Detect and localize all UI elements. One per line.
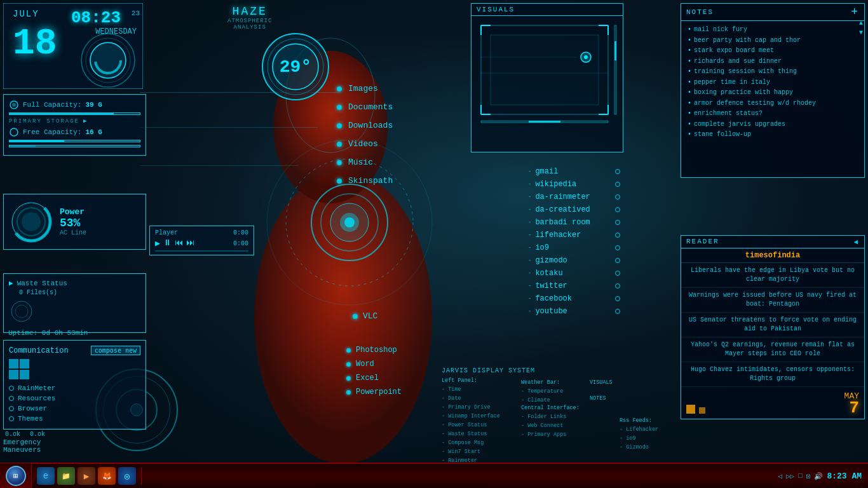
notes-add-btn[interactable]: + [851, 6, 859, 18]
central-info: Central Interface: - Folder Links - Web … [521, 403, 580, 439]
app-item-word[interactable]: Word [346, 357, 402, 371]
next-btn[interactable]: ⏭ [186, 238, 194, 248]
status-ok2: 0.ok [30, 431, 45, 438]
app-item-photoshop[interactable]: Photoshop [346, 343, 402, 357]
app-links: PhotoshopWordExcelPowerpoint [346, 343, 402, 399]
haze-title: haze [227, 5, 272, 18]
clock-widget: July 18 08:23 23 Wednesday [3, 3, 143, 89]
clock-time: 08:23 [71, 8, 121, 27]
jarvis-item1: - Time [442, 385, 518, 394]
comm-item-0[interactable]: RainMeter [9, 383, 140, 393]
web-item-io9[interactable]: -io9 [528, 241, 620, 254]
player-title: Player [155, 229, 178, 236]
taskbar-icons: e 📁 ▶ 🦊 ◎ [32, 467, 142, 485]
reader-item-2[interactable]: US Senator threatens to force vote on en… [681, 313, 864, 337]
jarvis-item5: - Power Status [442, 421, 518, 430]
prev-btn[interactable]: ⏮ [175, 238, 183, 248]
taskbar: ⊞ e 📁 ▶ 🦊 ◎ ◁ ▷▷ □ ⊡ 🔊 8:23 AM [0, 463, 868, 488]
folder-links: ImagesDocumentsDownloadsVideosMusicSkins… [337, 79, 393, 190]
comm-item-2[interactable]: Browser [9, 403, 140, 414]
comm-widget: Communication compose new RainMeterResou… [3, 340, 146, 430]
web-item-twitter[interactable]: -twitter [528, 280, 620, 292]
taskbar-tray: ◁ ▷▷ □ ⊡ 🔊 8:23 AM [771, 471, 868, 481]
folder-item-music[interactable]: Music [337, 153, 393, 172]
vlc-label: VLC [363, 311, 377, 321]
web-item-gmail[interactable]: -gmail [528, 165, 620, 178]
notes-scroll-up[interactable]: ▲ [859, 20, 863, 27]
web-item-gizmodo[interactable]: -gizmodo [528, 254, 620, 267]
pause-btn[interactable]: ⏸ [163, 238, 172, 248]
note-item-3: •richards and sue dinner [688, 57, 858, 67]
jarvis-left-label: Left Panel: [442, 376, 518, 385]
folder-item-images[interactable]: Images [337, 79, 393, 98]
player-time1: 0:00 [233, 229, 248, 236]
svg-point-17 [10, 128, 18, 136]
web-item-lifehacker[interactable]: -lifehacker [528, 229, 620, 241]
temp-widget: 29° [259, 30, 332, 104]
reader-item-1[interactable]: Warnings were issued before US navy fire… [681, 288, 864, 313]
uptime-widget: Uptime: 0d 0h 53min [3, 327, 146, 339]
note-item-10: •stane follow-up [688, 130, 858, 140]
clock-date: 18 [13, 25, 57, 62]
compose-button[interactable]: compose new [91, 346, 140, 355]
explorer-icon[interactable]: 📁 [57, 467, 75, 485]
clock-seconds: 23 [132, 10, 140, 17]
web-item-facebook[interactable]: -facebook [528, 292, 620, 305]
central-item1: - Folder Links [521, 412, 580, 421]
rss-item3: - Gizmodo [620, 443, 658, 452]
web-item-kotaku[interactable]: -kotaku [528, 267, 620, 280]
reader-item-3[interactable]: Yahoo's Q2 earnings, revenue remain flat… [681, 337, 864, 362]
app-item-excel[interactable]: Excel [346, 371, 402, 385]
notes-scroll-down[interactable]: ▼ [859, 29, 863, 36]
tray-icon5: 🔊 [814, 472, 823, 480]
play-btn[interactable]: ▶ [155, 238, 160, 248]
folder-item-skinspath[interactable]: Skinspath [337, 172, 393, 190]
notes-header: Notes + [681, 4, 864, 21]
uptime-label: Uptime: [8, 329, 37, 337]
note-item-1: •beer party with cap and thor [688, 36, 858, 46]
web-item-barbadi-room[interactable]: -barbadi room [528, 216, 620, 229]
notes-scrollbar[interactable]: ▲ ▼ [859, 20, 863, 36]
web-item-youtube[interactable]: -youtube [528, 305, 620, 318]
web-item-wikipedia[interactable]: -wikipedia [528, 178, 620, 191]
web-item-da-creatived[interactable]: -da-creatived [528, 203, 620, 216]
firefox-icon[interactable]: 🦊 [98, 467, 116, 485]
storage-free-fill [10, 140, 64, 142]
player-controls[interactable]: ▶ ⏸ ⏮ ⏭ [155, 238, 194, 248]
full-capacity-value: 39 G [85, 101, 102, 109]
svg-rect-29 [491, 35, 599, 105]
reader-item-4[interactable]: Hugo Chavez intimidates, censors opponen… [681, 362, 864, 387]
haze-sub1: Atmospheric [227, 18, 272, 24]
web-item-da-rainmeter[interactable]: -da-rainmeter [528, 191, 620, 203]
folder-item-downloads[interactable]: Downloads [337, 116, 393, 135]
reader-source: timesofindia [681, 248, 864, 263]
reader-item-0[interactable]: Liberals have the edge in Libya vote but… [681, 263, 864, 288]
storage-full-bar [9, 112, 140, 115]
start-button[interactable]: ⊞ [0, 463, 32, 488]
media-icon[interactable]: ▶ [78, 467, 95, 485]
reader-footer: 7 MAY [681, 387, 864, 419]
visuals-title: Visuals [471, 4, 623, 16]
reader-nav[interactable]: ◀ [853, 238, 859, 246]
comm-item-1[interactable]: Resources [9, 393, 140, 403]
full-capacity-label: Full Capacity: [23, 101, 81, 109]
folder-item-videos[interactable]: Videos [337, 135, 393, 153]
windows-orb[interactable]: ⊞ [6, 466, 26, 486]
weather-bar-label: Weather Bar: [521, 378, 563, 387]
svg-point-21 [22, 212, 41, 231]
comm-item-3[interactable]: Themes [9, 414, 140, 424]
app-item-powerpoint[interactable]: Powerpoint [346, 385, 402, 399]
reader-date-day: 7 [849, 398, 859, 417]
rss-item2: - io9 [620, 434, 658, 443]
storage-free-bar [9, 140, 140, 142]
reader-header: Reader ◀ [681, 236, 864, 248]
jarvis-item7: - Compose Msg [442, 438, 518, 447]
storage-bar2-fill [10, 146, 36, 147]
svg-point-6 [344, 217, 355, 227]
visuals-content [471, 16, 623, 150]
aim-icon[interactable]: ◎ [118, 467, 136, 485]
folder-item-documents[interactable]: Documents [337, 98, 393, 116]
ie-icon[interactable]: e [37, 467, 55, 485]
svg-point-23 [15, 305, 28, 318]
vlc-link[interactable]: VLC [353, 311, 377, 321]
